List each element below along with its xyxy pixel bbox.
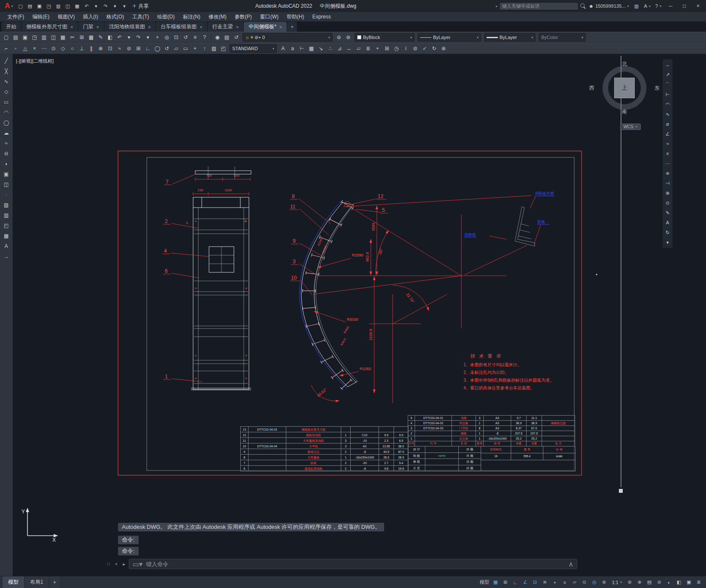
viewport-controls[interactable]: [-][俯视][二维线框]	[16, 58, 54, 64]
pan-icon[interactable]: +	[153, 33, 162, 42]
make-layer-current-icon[interactable]: ◉	[213, 33, 222, 42]
snap-quadrant-icon[interactable]: ◇	[58, 44, 67, 53]
account-menu[interactable]: ☻ 1505999135... ▾	[587, 3, 631, 9]
polar-tracking-icon[interactable]: ∠	[521, 578, 530, 587]
dim-text-edit-icon[interactable]: A	[663, 218, 673, 227]
redo-icon[interactable]: ↷	[134, 33, 143, 42]
autodesk-app-menu[interactable]: A ▾	[642, 3, 652, 9]
annotation-scale-dropdown[interactable]: 1:1 ▾	[609, 580, 624, 585]
annotation-visibility-icon[interactable]: ◎	[590, 578, 599, 587]
snap-perpendicular-icon[interactable]: ⊥	[77, 44, 86, 53]
workspace-caret-icon[interactable]: ▾	[120, 2, 129, 10]
snap-none-icon[interactable]: ⊘	[124, 44, 133, 53]
ucs-object-icon[interactable]: ▭	[181, 44, 190, 53]
menu-item[interactable]: 视图(V)	[54, 12, 79, 21]
menu-item[interactable]: 工具(T)	[128, 12, 153, 21]
maximize-button[interactable]: □	[678, 1, 691, 11]
distance-icon[interactable]: ↔	[345, 44, 354, 53]
save-icon[interactable]: ▣	[21, 33, 30, 42]
options-icon[interactable]: ⊛	[439, 44, 448, 53]
graphics-performance-icon[interactable]: ◧	[674, 578, 684, 587]
model-space-canvas[interactable]: L J 750 500 230 1160 7 2 4 6 1 8 11 9 3 …	[13, 54, 706, 576]
customization-menu-icon[interactable]: ≣	[694, 578, 703, 587]
snap-node-icon[interactable]: ⊗	[96, 44, 105, 53]
insert-block-tool[interactable]: ▣	[1, 169, 12, 179]
dim-break-icon[interactable]: ⊣	[663, 178, 673, 188]
aligned-dimension-icon[interactable]: ↗	[663, 70, 673, 79]
new-layout-button[interactable]: +	[49, 576, 61, 588]
doc-tab[interactable]: 中间侧模板* ×	[244, 22, 287, 32]
continue-icon[interactable]: ⋯	[663, 159, 673, 168]
color-combo[interactable]: ByBlock ▾	[355, 33, 415, 42]
block-editor-icon[interactable]: ◧	[106, 33, 115, 42]
collapse-search-icon[interactable]: ▸	[496, 4, 498, 8]
model-tab[interactable]: 模型	[3, 576, 24, 588]
recover-icon[interactable]: ↻	[430, 44, 439, 53]
ellipse-tool[interactable]: ⊖	[1, 149, 12, 158]
single-line-text-icon[interactable]: a	[288, 44, 297, 53]
grip-handle[interactable]	[619, 489, 623, 493]
copy-icon[interactable]: ⊞	[77, 33, 86, 42]
doc-tab[interactable]: 开始 ×	[1, 22, 21, 32]
new-tab-button[interactable]: +	[287, 22, 297, 32]
hatch-tool[interactable]: ▨	[1, 200, 12, 210]
workspace-gear-icon[interactable]: ⊛	[625, 578, 634, 587]
linetype-combo[interactable]: ByLayer ▾	[418, 33, 481, 42]
snap-endpoint-icon[interactable]: ▫	[11, 44, 20, 53]
ucs-origin-icon[interactable]: +	[191, 44, 200, 53]
wcs-dropdown[interactable]: WCS ▾	[620, 124, 641, 130]
undo-caret-icon[interactable]: ▾	[91, 2, 100, 10]
snap-insert-icon[interactable]: ⊡	[106, 44, 115, 53]
plot-icon[interactable]: ▥	[54, 2, 63, 10]
new-icon[interactable]: ▢	[2, 33, 11, 42]
save-icon[interactable]: ▣	[35, 2, 44, 10]
command-customize-icon[interactable]: ▸	[121, 561, 127, 567]
close-tab-icon[interactable]: ×	[70, 24, 73, 30]
menu-item[interactable]: 帮助(H)	[283, 12, 308, 21]
command-close-icon[interactable]: ×	[113, 561, 119, 567]
snap-from-icon[interactable]: ⌐	[2, 44, 11, 53]
viewcube[interactable]: 北 南 西 东 上	[599, 62, 650, 114]
viewcube-north[interactable]: 北	[599, 60, 650, 68]
plotstyle-combo[interactable]: ByColor ▾	[539, 33, 586, 42]
quick-properties-icon[interactable]: ▤	[645, 578, 654, 587]
multiline-text-icon[interactable]: A	[279, 44, 288, 53]
share-button[interactable]: ✈ 共享	[129, 3, 152, 10]
command-input-box[interactable]: ▭▾ ∧	[129, 559, 577, 569]
circle-tool[interactable]: ◯	[1, 118, 12, 127]
ucs-world-icon[interactable]: ◯	[153, 44, 162, 53]
point-style-icon[interactable]: ∴	[326, 44, 335, 53]
help-search-box[interactable]	[499, 2, 579, 10]
audit-icon[interactable]: ✓	[420, 44, 429, 53]
menu-item[interactable]: Express	[309, 13, 335, 21]
status-icon[interactable]: i	[401, 44, 410, 53]
line-tool[interactable]: ╱	[1, 56, 12, 66]
menu-item[interactable]: 参数(P)	[231, 12, 256, 21]
revision-cloud-tool[interactable]: ☁	[1, 128, 12, 138]
text-style-combo[interactable]: STANDARD ▾	[230, 44, 277, 53]
quick-dim-icon[interactable]: ≈	[663, 139, 673, 148]
search-input[interactable]	[502, 3, 576, 9]
layer-properties-icon[interactable]: ▤	[222, 33, 231, 42]
plot-icon[interactable]: ▥	[39, 33, 48, 42]
jogged-icon[interactable]: ∿	[663, 109, 673, 119]
layer-previous-icon[interactable]: ↺	[232, 33, 241, 42]
units-icon[interactable]: ⊿	[335, 44, 344, 53]
make-block-tool[interactable]: ◫	[1, 180, 12, 189]
ellipse-arc-tool[interactable]: ◗	[1, 159, 12, 169]
region-tool[interactable]: ◰	[1, 221, 12, 230]
menu-item[interactable]: 窗口(W)	[256, 12, 282, 21]
dim-update-icon[interactable]: ↻	[663, 228, 673, 237]
purge-icon[interactable]: ⊘	[411, 44, 420, 53]
undo-icon[interactable]: ↶	[82, 2, 91, 10]
redo-caret-icon[interactable]: ▾	[110, 2, 119, 10]
radius-icon[interactable]: ◠	[663, 100, 673, 109]
redo-caret-icon[interactable]: ▾	[143, 33, 152, 42]
polygon-tool[interactable]: ◇	[1, 87, 12, 96]
open-icon[interactable]: ▤	[11, 33, 20, 42]
model-paper-toggle[interactable]: 模型	[479, 578, 491, 587]
zoom-previous-icon[interactable]: ↺	[181, 33, 190, 42]
command-history-toggle-icon[interactable]: ∧	[568, 560, 573, 568]
close-button[interactable]: ×	[692, 1, 704, 11]
clean-screen-icon[interactable]: ▣	[684, 578, 694, 587]
